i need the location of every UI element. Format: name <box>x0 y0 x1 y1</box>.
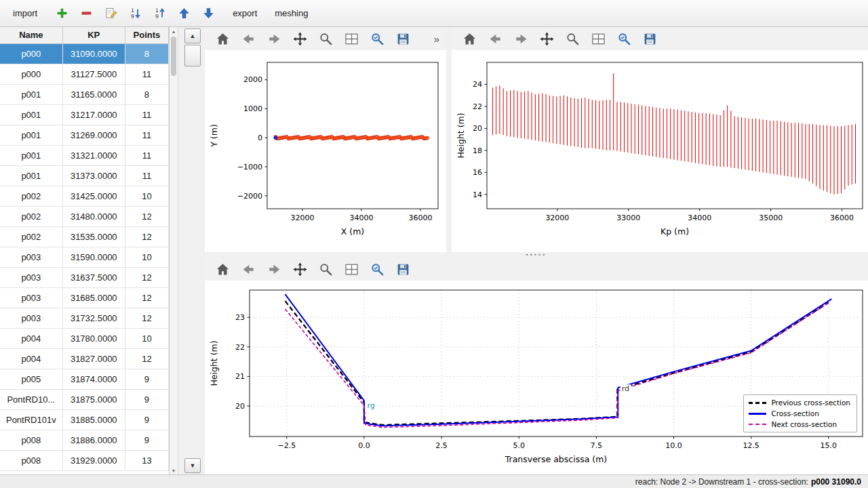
status-current-section: p000 31090.0 <box>811 477 861 487</box>
save-button[interactable] <box>642 30 658 47</box>
table-row[interactable]: p00331685.000012 <box>0 287 169 308</box>
plan-view-figure: 320003400036000−2000−1000010002000X (m)Y… <box>205 50 446 252</box>
subplots-button[interactable] <box>590 30 607 47</box>
table-row[interactable]: p00331590.000010 <box>0 247 169 267</box>
cell-kp: 31637.5000 <box>62 267 125 287</box>
cell-name: p002 <box>0 186 62 206</box>
svg-text:0: 0 <box>258 134 262 142</box>
export-button[interactable]: export <box>226 5 263 22</box>
back-icon <box>241 262 256 277</box>
meshing-button[interactable]: meshing <box>269 5 314 22</box>
sort-ascending-button[interactable]: 19 <box>126 5 144 22</box>
longitudinal-profile-canvas[interactable]: 3200033000340003500036000141618202224Kp … <box>453 52 867 249</box>
table-row[interactable]: p00131165.00008 <box>0 84 169 104</box>
forward-button[interactable] <box>513 30 530 47</box>
customize-button[interactable] <box>369 30 386 47</box>
move-up-button[interactable] <box>175 5 193 22</box>
back-button[interactable] <box>487 30 504 47</box>
move-down-button[interactable] <box>199 5 217 22</box>
customize-button[interactable] <box>616 30 633 47</box>
table-row[interactable]: p00231535.000012 <box>0 226 169 247</box>
zoom-button[interactable] <box>317 30 334 47</box>
panel-scroll-down-icon[interactable]: ▼ <box>184 458 201 473</box>
cell-name: p001 <box>0 84 62 104</box>
plan-view-canvas[interactable]: 320003400036000−2000−1000010002000X (m)Y… <box>206 52 445 249</box>
column-header-kp[interactable]: KP <box>62 27 125 43</box>
table-row[interactable]: p00231425.000010 <box>0 186 169 206</box>
table-row[interactable]: PontRD10...31875.00009 <box>0 389 169 409</box>
table-row[interactable]: p00431827.000012 <box>0 348 169 369</box>
edit-button[interactable] <box>102 5 119 22</box>
table-row[interactable]: p00531874.00009 <box>0 369 169 389</box>
table-row[interactable]: p00331732.500012 <box>0 308 169 328</box>
save-icon <box>643 32 657 46</box>
save-button[interactable] <box>395 30 412 47</box>
add-button[interactable] <box>53 5 71 22</box>
subplots-icon <box>344 32 359 46</box>
svg-text:32000: 32000 <box>290 214 314 222</box>
pan-button[interactable] <box>292 30 309 47</box>
home-button[interactable] <box>461 30 478 47</box>
cross-section-table-panel: Name KP Points p00031090.00008p00031127.… <box>0 27 170 474</box>
table-scroll-down-icon[interactable]: ▼ <box>170 466 178 474</box>
toolbar-overflow-button[interactable]: » <box>430 33 443 45</box>
zoom-icon <box>319 32 333 46</box>
subplots-icon <box>591 32 606 46</box>
home-button[interactable] <box>214 261 231 278</box>
cell-name: p001 <box>0 165 62 186</box>
back-button[interactable] <box>240 261 257 278</box>
horizontal-splitter[interactable]: ••••• <box>205 252 868 258</box>
table-row[interactable]: p00131269.000011 <box>0 125 169 145</box>
sort-descending-button[interactable]: 19 <box>151 5 168 22</box>
table-row[interactable]: p00031127.500011 <box>0 64 169 84</box>
column-header-points[interactable]: Points <box>125 27 168 43</box>
cross-section-canvas[interactable]: rgrd−2.50.02.55.07.510.012.515.020212223… <box>206 282 867 473</box>
remove-button[interactable] <box>77 5 95 22</box>
panel-scrollbar[interactable]: ▲ ▼ <box>184 28 201 473</box>
cell-kp: 31886.0000 <box>62 430 125 450</box>
subplots-button[interactable] <box>343 261 360 278</box>
vertical-splitter[interactable] <box>446 27 452 252</box>
panel-scrollbar-thumb[interactable] <box>184 45 201 66</box>
table-scrollbar-track[interactable] <box>170 35 178 466</box>
table-row[interactable]: p00331637.500012 <box>0 267 169 287</box>
panel-scroll-up-icon[interactable]: ▲ <box>184 28 201 43</box>
column-header-name[interactable]: Name <box>0 27 62 43</box>
cell-name: p003 <box>0 267 62 287</box>
home-button[interactable] <box>214 30 231 47</box>
save-button[interactable] <box>395 261 412 278</box>
table-row[interactable]: p00831886.00009 <box>0 430 169 450</box>
remove-icon <box>80 7 93 20</box>
customize-button[interactable] <box>369 261 386 278</box>
table-row[interactable]: p00131321.000011 <box>0 145 169 165</box>
table-row[interactable]: p00031090.00008 <box>0 43 169 64</box>
table-row[interactable]: p00831929.000013 <box>0 450 169 470</box>
table-row[interactable]: p00231480.000012 <box>0 206 169 226</box>
status-text: reach: Node 2 -> Downstream 1 - cross-se… <box>635 477 808 487</box>
table-row[interactable]: p00131217.000011 <box>0 104 169 125</box>
cell-kp: 31425.0000 <box>62 186 125 206</box>
forward-button[interactable] <box>266 30 283 47</box>
pan-button[interactable] <box>292 261 309 278</box>
table-row[interactable]: PontRD101v31885.00009 <box>0 409 169 430</box>
cell-kp: 31685.0000 <box>62 287 125 308</box>
svg-text:Y (m): Y (m) <box>209 124 219 148</box>
home-icon <box>216 32 230 46</box>
table-scroll-up-icon[interactable]: ▲ <box>170 27 178 35</box>
table-row[interactable]: p00131373.000011 <box>0 165 169 186</box>
svg-text:X (m): X (m) <box>341 226 364 237</box>
zoom-button[interactable] <box>564 30 581 47</box>
back-button[interactable] <box>240 30 257 47</box>
table-scrollbar[interactable]: ▲ ▼ <box>170 27 178 474</box>
table-row[interactable]: p00431780.000010 <box>0 328 169 348</box>
forward-button[interactable] <box>266 261 283 278</box>
pan-button[interactable] <box>538 30 555 47</box>
subplots-button[interactable] <box>343 30 360 47</box>
cell-name: p001 <box>0 125 62 145</box>
move-up-icon <box>178 7 191 20</box>
cell-name: PontRD101v <box>0 409 62 430</box>
table-scrollbar-thumb[interactable] <box>171 37 176 76</box>
zoom-button[interactable] <box>317 261 334 278</box>
svg-text:35000: 35000 <box>759 214 783 222</box>
import-button[interactable]: import <box>7 5 43 22</box>
